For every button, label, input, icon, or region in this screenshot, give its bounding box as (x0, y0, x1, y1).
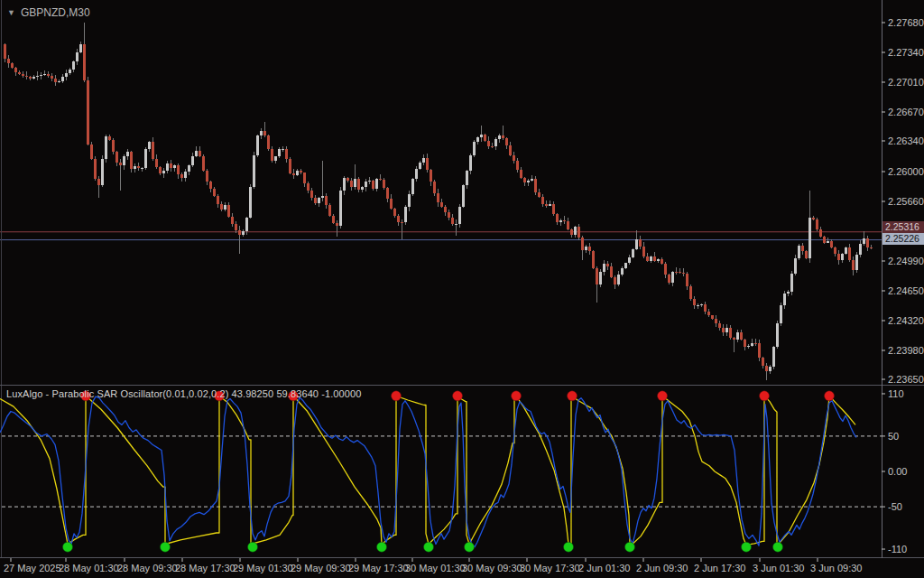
sell-signal-dot[interactable] (392, 391, 402, 401)
bear-candle (213, 189, 216, 196)
bear-candle (830, 241, 833, 247)
bear-candle (848, 247, 851, 260)
bear-candle (263, 131, 266, 135)
bear-candle (87, 80, 89, 144)
bull-candle (794, 258, 797, 274)
bull-candle (419, 163, 421, 168)
price-axis-label: 2.25660 (888, 196, 924, 207)
chevron-down-icon[interactable]: ▼ (7, 9, 15, 17)
bear-candle (209, 182, 212, 189)
bull-candle (126, 152, 129, 156)
price-lines (0, 232, 882, 240)
bull-candle (195, 151, 198, 156)
sell-signal-dot[interactable] (658, 391, 668, 401)
bear-candle (170, 163, 172, 168)
bear-candle (484, 135, 486, 140)
bear-candle (541, 197, 544, 204)
buy-signal-dot[interactable] (377, 542, 387, 552)
bull-candle (671, 272, 674, 284)
bear-candle (733, 338, 735, 340)
price-axis[interactable]: 2.276802.273402.270102.266702.263402.260… (882, 17, 924, 385)
sell-signal-dot[interactable] (825, 391, 835, 401)
bull-candle (32, 77, 35, 78)
bear-candle (812, 218, 815, 219)
buy-signal-dot[interactable] (161, 542, 171, 552)
bear-candle (693, 299, 696, 305)
bull-candle (859, 244, 862, 255)
bear-candle (837, 254, 840, 260)
bull-candle (790, 274, 793, 292)
bull-candle (404, 207, 407, 222)
bear-candle (563, 220, 566, 222)
buy-signal-dot[interactable] (625, 542, 635, 552)
bull-candle (783, 294, 786, 305)
bear-candle (159, 167, 162, 173)
bear-candle (231, 217, 234, 224)
buy-signal-dot[interactable] (465, 542, 475, 552)
bear-candle (350, 181, 353, 187)
time-axis-label: 27 May 2025 (4, 563, 61, 573)
bull-candle (375, 179, 378, 190)
bear-candle (556, 214, 559, 222)
bear-candle (267, 135, 270, 149)
bull-candle (173, 165, 176, 167)
bull-candle (321, 196, 324, 198)
buy-signal-dot[interactable] (773, 542, 783, 552)
buy-signal-dot[interactable] (63, 542, 73, 552)
symbol-period-label: ▼ GBPNZD,M30 (7, 6, 90, 19)
sell-signal-dot[interactable] (760, 391, 770, 401)
bear-candle (401, 222, 403, 223)
bear-candle (538, 192, 541, 197)
bear-candle (729, 328, 732, 338)
bear-candle (520, 170, 522, 178)
bear-candle (4, 44, 6, 60)
buy-signal-dot[interactable] (424, 542, 434, 552)
bull-candle (296, 171, 299, 175)
bull-candle (411, 179, 414, 193)
bear-candle (852, 260, 855, 271)
bear-candle (606, 264, 609, 266)
sell-signal-dot[interactable] (453, 391, 463, 401)
bear-candle (25, 76, 28, 77)
sell-signal-dot[interactable] (568, 391, 578, 401)
bull-candle (422, 158, 425, 163)
bear-candle (217, 196, 219, 204)
bear-candle (639, 239, 642, 247)
bull-candle (134, 166, 136, 169)
bull-candle (242, 231, 245, 234)
bull-candle (751, 343, 753, 347)
osc-axis-label: -50 (888, 501, 902, 512)
sell-signal-dot[interactable] (512, 391, 522, 401)
bear-candle (718, 323, 721, 329)
bull-candle (624, 263, 627, 267)
buy-signal-dot[interactable] (564, 542, 574, 552)
bear-candle (155, 159, 158, 167)
bull-candle (191, 156, 194, 165)
osc-axis-label: 50 (888, 431, 899, 442)
bull-candle (841, 254, 844, 260)
bull-candle (657, 259, 660, 260)
bear-candle (516, 161, 519, 170)
price-axis-label: 2.27680 (888, 17, 924, 28)
price-axis-label: 2.24320 (888, 315, 924, 326)
price-axis-label: 2.23650 (888, 374, 924, 385)
chart-canvas[interactable]: 2.276802.273402.270102.266702.263402.260… (0, 0, 924, 578)
time-axis[interactable]: 27 May 202528 May 01:3028 May 09:3028 Ma… (4, 558, 863, 573)
buy-signal-dot[interactable] (742, 542, 752, 552)
bull-candle (354, 179, 356, 187)
bear-candle (437, 193, 439, 203)
bear-candle (47, 74, 50, 76)
candles-layer (4, 23, 873, 380)
time-axis-label: 29 May 01:30 (233, 563, 293, 573)
bull-candle (574, 227, 577, 235)
bull-candle (827, 241, 829, 242)
buy-signal-dot[interactable] (248, 542, 258, 552)
bear-candle (689, 286, 692, 299)
bear-candle (390, 199, 393, 209)
bear-candle (325, 196, 328, 205)
bull-candle (863, 238, 865, 244)
osc-axis-label: 110 (888, 388, 904, 399)
bear-candle (310, 191, 313, 199)
sar-ramp (0, 396, 855, 545)
oscillator-pane[interactable]: 110500.00-50-110 (0, 388, 907, 555)
